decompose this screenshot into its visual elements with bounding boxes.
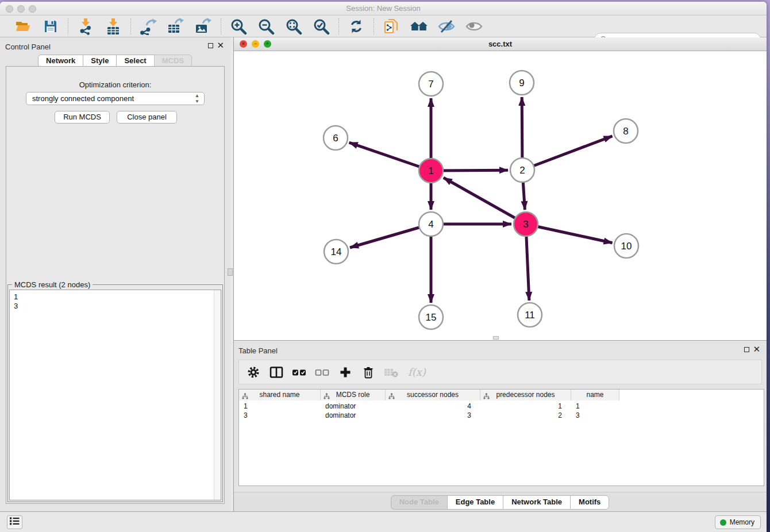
memory-label: Memory [730, 518, 754, 526]
close-table-panel-icon[interactable]: ✕ [753, 344, 760, 354]
node-4[interactable]: 4 [419, 212, 443, 236]
svg-text:14: 14 [331, 246, 342, 257]
status-bar: Memory [0, 511, 767, 532]
refresh-icon[interactable] [346, 17, 366, 36]
table-toolbar: f(x) [238, 360, 762, 384]
column-header-successor-nodes[interactable]: successor nodes [386, 390, 480, 400]
canvas-resize-grip[interactable] [493, 336, 499, 340]
window-title: Session: New Session [0, 4, 767, 13]
node-8[interactable]: 8 [614, 119, 638, 143]
control-panel-tabs: NetworkStyleSelectMCDS [0, 55, 230, 67]
svg-text:1: 1 [428, 165, 433, 176]
svg-text:3: 3 [523, 219, 528, 230]
edge-3-10[interactable] [526, 224, 613, 243]
hide-panels-icon[interactable] [437, 17, 456, 36]
node-1[interactable]: 1 [419, 159, 443, 183]
zoom-in-icon[interactable] [229, 17, 248, 36]
tab-motifs[interactable]: Motifs [570, 495, 609, 510]
column-label: name [586, 391, 603, 399]
network-canvas[interactable]: 7968124314101511 [234, 51, 767, 340]
table-tabstrip: Node TableEdge TableNetwork TableMotifs [234, 492, 767, 512]
column-header-mcds-role[interactable]: MCDS role [321, 390, 386, 400]
export-table-icon[interactable] [166, 17, 186, 36]
gear-icon[interactable] [246, 365, 261, 380]
toolbar-group [131, 17, 221, 36]
svg-text:2: 2 [519, 165, 525, 176]
node-3[interactable]: 3 [514, 212, 538, 236]
mcds-result-title: MCDS result (2 nodes) [12, 280, 93, 289]
criterion-select[interactable]: strongly connected component ▲▼ [26, 92, 205, 105]
tab-edge-table[interactable]: Edge Table [447, 495, 503, 510]
column-header-predecessor-nodes[interactable]: predecessor nodes [480, 390, 571, 400]
close-panel-button[interactable]: Close panel [117, 111, 177, 124]
toolbar-group [339, 17, 374, 36]
splitter-grip[interactable] [228, 268, 233, 276]
import-network-icon[interactable] [76, 17, 95, 36]
float-panel-icon[interactable] [208, 43, 213, 48]
tab-style[interactable]: Style [83, 55, 117, 67]
open-session-icon[interactable] [13, 17, 33, 36]
task-history-button[interactable] [7, 515, 22, 529]
table-cell: 3 [239, 411, 321, 420]
table-panel-title: Table Panel [238, 346, 278, 355]
mcds-result-lines: 13 [10, 292, 221, 311]
table-rows: 1dominator4113dominator323 [239, 402, 764, 420]
function-icon: f(x) [407, 365, 428, 380]
toolbar-group [374, 17, 491, 36]
result-scrollbar[interactable] [214, 290, 221, 500]
control-panel-header: Control Panel ✕ [0, 37, 230, 55]
svg-text:7: 7 [428, 79, 433, 90]
svg-text:4: 4 [428, 219, 433, 230]
node-14[interactable]: 14 [324, 240, 348, 264]
toolbar-group [68, 17, 130, 36]
table-row[interactable]: 3dominator323 [239, 411, 764, 420]
node-7[interactable]: 7 [419, 72, 443, 96]
memory-button[interactable]: Memory [715, 515, 761, 529]
close-panel-icon[interactable]: ✕ [217, 40, 224, 51]
delete-column-icon[interactable] [361, 365, 376, 380]
zoom-selected-icon[interactable] [311, 17, 331, 36]
tab-select[interactable]: Select [116, 55, 154, 67]
node-9[interactable]: 9 [510, 71, 534, 95]
node-6[interactable]: 6 [324, 126, 348, 150]
table-row[interactable]: 1dominator411 [239, 402, 764, 411]
houses-icon[interactable] [409, 17, 429, 36]
overview-eye-icon[interactable] [464, 17, 484, 36]
select-stepper-icon: ▲▼ [195, 93, 199, 105]
export-image-icon[interactable] [194, 17, 213, 36]
unselect-all-icon[interactable] [315, 365, 330, 380]
copy-style-icon[interactable] [382, 17, 401, 36]
edge-3-1[interactable] [444, 178, 526, 224]
control-panel-title: Control Panel [5, 43, 51, 51]
zoom-fit-icon[interactable] [284, 17, 303, 36]
edge-1-6[interactable] [349, 142, 431, 171]
svg-text:11: 11 [525, 310, 535, 321]
column-header-name[interactable]: name [571, 390, 619, 400]
table-cell: 3 [386, 411, 480, 420]
mcds-result-line: 1 [10, 292, 221, 302]
column-header-shared-name[interactable]: shared name [239, 390, 321, 400]
mcds-result-group: MCDS result (2 nodes) 13 [7, 284, 223, 502]
node-10[interactable]: 10 [614, 234, 638, 258]
tab-mcds[interactable]: MCDS [154, 55, 192, 67]
tab-network-table[interactable]: Network Table [503, 495, 571, 510]
edge-2-8[interactable] [522, 136, 613, 170]
export-network-icon[interactable] [138, 17, 158, 36]
tab-network[interactable]: Network [38, 55, 83, 67]
window-titlebar: Session: New Session [0, 2, 767, 16]
zoom-out-icon[interactable] [256, 17, 276, 36]
run-mcds-button[interactable]: Run MCDS [55, 111, 110, 124]
node-table: shared nameMCDS rolesuccessor nodesprede… [238, 389, 764, 486]
float-table-panel-icon[interactable] [744, 347, 749, 352]
svg-text:6: 6 [333, 133, 338, 144]
import-table-icon[interactable] [103, 17, 123, 36]
network-graph-svg: 7968124314101511 [234, 51, 767, 340]
mcds-result-area[interactable]: 13 [9, 290, 221, 500]
save-session-icon[interactable] [41, 17, 60, 36]
add-column-icon[interactable] [338, 365, 353, 380]
node-11[interactable]: 11 [518, 303, 542, 327]
node-2[interactable]: 2 [510, 158, 534, 182]
select-all-icon[interactable] [292, 365, 307, 380]
split-view-icon[interactable] [269, 365, 284, 380]
node-15[interactable]: 15 [419, 305, 443, 329]
